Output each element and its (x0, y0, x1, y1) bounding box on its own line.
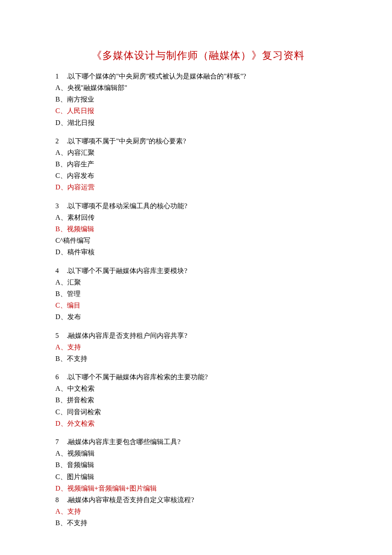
question-text: 以下哪个不属于融媒体内容库主要模块? (68, 267, 187, 274)
question-block: 8 .融媒体内容审核是否支持自定义审核流程?A、支持B、不支持 (55, 494, 341, 529)
option-text: 湖北日报 (67, 119, 95, 126)
option-line: A、支持 (55, 341, 341, 353)
question-block: 7 .融媒体内容库主要包含哪些编辑工具?A、视频编辑B、音频编辑C、图片编辑D、… (55, 436, 341, 494)
option-line: A、央视"融媒体编辑部" (55, 82, 341, 93)
option-label: D、 (55, 420, 67, 427)
option-text: 内容汇聚 (67, 149, 95, 156)
option-line: D、发布 (55, 311, 341, 323)
option-line: D、视频编辑+音频编辑+图片编辑 (55, 482, 341, 494)
option-label: B、 (55, 519, 67, 526)
option-text: 央视"融媒体编辑部" (67, 84, 127, 91)
option-line: B、管理 (55, 288, 341, 299)
option-text: 外文检索 (67, 420, 95, 427)
question-number: 1 (55, 70, 65, 82)
option-label: A、 (55, 343, 67, 351)
option-text: 内容运营 (67, 183, 95, 191)
option-line: B、音频编辑 (55, 459, 341, 471)
option-text: 人民日报 (67, 107, 94, 114)
option-label: C、 (55, 473, 67, 480)
option-label: A、 (55, 84, 67, 91)
option-label: A、 (55, 385, 67, 392)
option-label: A、 (55, 450, 67, 457)
option-line: B、拼音检索 (55, 394, 341, 406)
question-line: 8 .融媒体内容审核是否支持自定义审核流程? (55, 494, 341, 506)
option-label: D、 (55, 248, 67, 256)
option-text: 视频编辑 (67, 450, 95, 457)
question-block: 1 .以下哪个媒体的"中央厨房"模式被认为是媒体融合的"样板"?A、央视"融媒体… (55, 70, 341, 128)
option-text: 支持 (67, 343, 81, 351)
option-line: B、不支持 (55, 517, 341, 529)
question-line: 5 .融媒体内容库是否支持租户间内容共享? (55, 330, 341, 341)
option-label: D、 (55, 485, 67, 492)
option-label: D、 (55, 313, 67, 320)
question-text: 以下哪项不属于"中央厨房"的核心要素? (68, 137, 186, 145)
option-text: 内容发布 (67, 172, 94, 179)
option-line: C、编目 (55, 299, 341, 311)
document-page: 《多媒体设计与制作师（融媒体）》复习资料 1 .以下哪个媒体的"中央厨房"模式被… (0, 0, 392, 555)
option-label: B、 (55, 355, 67, 362)
option-label: A、 (55, 214, 67, 221)
option-text: 音频编辑 (67, 461, 94, 468)
option-text: 拼音检索 (67, 396, 94, 404)
option-line: A、支持 (55, 506, 341, 517)
option-text: 不支持 (67, 355, 87, 362)
option-text: 中文检索 (67, 385, 95, 392)
question-block: 5 .融媒体内容库是否支持租户间内容共享?A、支持B、不支持 (55, 330, 341, 365)
option-text: 不支持 (67, 519, 87, 526)
option-text: 素材回传 (67, 214, 95, 221)
option-label: C、 (55, 408, 67, 416)
option-text: 稿件编写 (63, 237, 90, 244)
option-label: A、 (55, 149, 67, 156)
option-label: D、 (55, 183, 67, 191)
question-line: 4 .以下哪个不属于融媒体内容库主要模块? (55, 265, 341, 276)
option-text: 支持 (67, 508, 81, 515)
option-text: 视频编辑 (67, 225, 94, 232)
option-label: B、 (55, 96, 67, 103)
option-text: 编目 (67, 302, 81, 309)
option-line: B、南方报业 (55, 93, 341, 105)
option-label: C、 (55, 172, 67, 179)
option-text: 稿件审核 (67, 248, 95, 256)
document-title: 《多媒体设计与制作师（融媒体）》复习资料 (55, 47, 341, 64)
question-line: 7 .融媒体内容库主要包含哪些编辑工具? (55, 436, 341, 447)
option-line: A、视频编辑 (55, 447, 341, 459)
question-line: 6 .以下哪个不属于融媒体内容库检索的主要功能? (55, 371, 341, 383)
question-list: 1 .以下哪个媒体的"中央厨房"模式被认为是媒体融合的"样板"?A、央视"融媒体… (55, 70, 341, 529)
option-line: D、外文检索 (55, 418, 341, 429)
option-text: 图片编辑 (67, 473, 94, 480)
option-line: A、内容汇聚 (55, 147, 341, 158)
question-number: 4 (55, 265, 65, 276)
option-line: C、内容发布 (55, 170, 341, 181)
option-label: A、 (55, 508, 67, 515)
option-label: B、 (55, 461, 67, 468)
option-text: 内容生产 (67, 160, 94, 168)
option-text: 视频编辑+音频编辑+图片编辑 (67, 485, 157, 492)
option-line: C、同音词检索 (55, 406, 341, 418)
option-label: B、 (55, 290, 67, 297)
option-line: C、图片编辑 (55, 471, 341, 482)
option-line: B、内容生产 (55, 158, 341, 170)
option-label: A、 (55, 279, 67, 286)
option-label: C、 (55, 302, 67, 309)
option-line: D、稿件审核 (55, 246, 341, 258)
option-label: B、 (55, 396, 67, 404)
option-line: D、内容运营 (55, 181, 341, 193)
option-text: 发布 (67, 313, 81, 320)
option-line: A、素材回传 (55, 212, 341, 223)
option-line: D、湖北日报 (55, 117, 341, 128)
option-label: C、 (55, 107, 67, 114)
question-line: 2 .以下哪项不属于"中央厨房"的核心要素? (55, 135, 341, 147)
question-block: 2 .以下哪项不属于"中央厨房"的核心要素?A、内容汇聚B、内容生产C、内容发布… (55, 135, 341, 193)
question-number: 3 (55, 200, 65, 212)
question-line: 3 .以下哪项不是移动采编工具的核心功能? (55, 200, 341, 212)
option-line: C、人民日报 (55, 105, 341, 116)
option-label: C^ (55, 237, 63, 244)
question-number: 6 (55, 371, 65, 383)
question-block: 4 .以下哪个不属于融媒体内容库主要模块?A、汇聚B、管理C、编目D、发布 (55, 265, 341, 323)
option-line: A、汇聚 (55, 276, 341, 288)
question-number: 8 (55, 494, 65, 506)
option-text: 管理 (67, 290, 81, 297)
question-text: 融媒体内容库是否支持租户间内容共享? (68, 332, 187, 339)
question-block: 6 .以下哪个不属于融媒体内容库检索的主要功能?A、中文检索B、拼音检索C、同音… (55, 371, 341, 429)
option-line: B、视频编辑 (55, 223, 341, 235)
